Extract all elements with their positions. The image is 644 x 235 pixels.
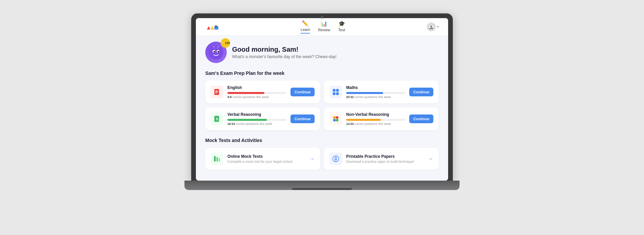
printable-mock-card[interactable]: Printable Practice Papers Download a pra… xyxy=(324,148,439,170)
maths-continue-button[interactable]: Continue xyxy=(409,88,433,96)
welcome-section: 🪙 150 xyxy=(205,42,439,63)
nonverbal-progress-fill xyxy=(346,119,381,121)
user-avatar-icon xyxy=(427,22,436,31)
greeting-heading: Good morning, Sam! xyxy=(232,46,336,53)
printable-mock-desc: Download a practice paper to build techn… xyxy=(346,160,424,163)
verbal-progress-text: 16/24 correct questions this week xyxy=(227,122,286,126)
maths-info: Maths 20/32 correct questions this week xyxy=(346,85,405,99)
tab-review[interactable]: 📊 Review xyxy=(318,20,330,33)
verbal-info: Verbal Reasoning 16/24 correct questions… xyxy=(227,112,286,126)
online-mock-arrow-icon: → xyxy=(309,156,315,162)
svg-marker-1 xyxy=(211,26,214,30)
svg-point-34 xyxy=(335,158,336,159)
mock-tests-title: Mock Tests and Activities xyxy=(205,138,439,143)
svg-point-28 xyxy=(336,119,338,122)
account-icon xyxy=(428,24,434,30)
svg-rect-17 xyxy=(215,92,218,92)
english-continue-button[interactable]: Continue xyxy=(290,88,315,96)
nonverbal-progress-bg xyxy=(346,119,405,121)
coin-count: 150 xyxy=(225,41,230,45)
nonverbal-shapes-icon xyxy=(332,115,339,123)
joke-text: What's a monster's favourite day of the … xyxy=(232,54,336,59)
maths-name: Maths xyxy=(346,85,405,90)
svg-rect-19 xyxy=(333,89,335,92)
laptop-container: ✏️ Learn 📊 Review 🎓 Test xyxy=(191,13,453,222)
english-name: English xyxy=(227,85,286,90)
tab-review-label: Review xyxy=(318,28,330,32)
app-content: 🪙 150 xyxy=(196,36,448,181)
verbal-name: Verbal Reasoning xyxy=(227,112,286,117)
english-doc-icon xyxy=(213,88,221,96)
english-info: English 5/8 correct questions this week xyxy=(227,85,286,99)
nav-tabs: ✏️ Learn 📊 Review 🎓 Test xyxy=(301,20,345,34)
svg-marker-0 xyxy=(207,26,210,30)
subject-card-verbal: b Verbal Reasoning 16/24 correct questio… xyxy=(205,107,320,130)
svg-rect-22 xyxy=(336,92,339,95)
svg-rect-21 xyxy=(333,92,335,95)
camera xyxy=(321,16,323,18)
tab-learn[interactable]: ✏️ Learn xyxy=(301,20,310,34)
subject-card-maths: Maths 20/32 correct questions this week … xyxy=(324,81,439,103)
screen: ✏️ Learn 📊 Review 🎓 Test xyxy=(196,18,448,181)
svg-rect-16 xyxy=(215,91,218,91)
laptop-base xyxy=(184,181,460,190)
learn-icon: ✏️ xyxy=(302,20,309,27)
svg-rect-31 xyxy=(219,158,220,161)
nonverbal-progress-text: 14/24 correct questions this week xyxy=(346,122,405,126)
review-icon: 📊 xyxy=(321,20,327,27)
exam-plan-title: Sam's Exam Prep Plan for the week xyxy=(205,70,439,76)
logo-icon xyxy=(205,23,219,30)
english-progress-text: 5/8 correct questions this week xyxy=(227,95,286,99)
maths-grid-icon xyxy=(332,88,339,96)
mock-tests-grid: Online Mock Tests Complete a mock test f… xyxy=(205,148,439,170)
user-menu[interactable]: ▾ xyxy=(427,22,439,31)
verbal-icon: b xyxy=(211,112,223,125)
verbal-continue-button[interactable]: Continue xyxy=(290,114,315,123)
coin-icon: 🪙 xyxy=(221,41,224,45)
printable-svg xyxy=(332,155,339,162)
svg-marker-3 xyxy=(215,25,217,27)
dropdown-chevron-icon: ▾ xyxy=(437,25,439,29)
svg-rect-30 xyxy=(216,157,218,161)
nonverbal-continue-button[interactable]: Continue xyxy=(409,114,433,123)
svg-point-9 xyxy=(214,51,215,53)
verbal-progress-bg xyxy=(227,119,286,121)
online-mock-svg xyxy=(213,155,221,162)
tab-test[interactable]: 🎓 Test xyxy=(338,20,345,33)
svg-point-26 xyxy=(336,116,338,119)
english-progress-fill xyxy=(227,92,264,94)
maths-icon xyxy=(329,86,342,98)
svg-point-25 xyxy=(333,116,336,119)
printable-mock-title: Printable Practice Papers xyxy=(346,154,424,159)
svg-rect-18 xyxy=(215,93,217,93)
printable-mock-arrow-icon: → xyxy=(428,156,433,162)
svg-point-27 xyxy=(333,119,336,122)
online-mock-icon xyxy=(211,152,223,165)
svg-point-10 xyxy=(218,51,219,53)
tab-learn-label: Learn xyxy=(301,28,310,32)
online-mock-card[interactable]: Online Mock Tests Complete a mock test f… xyxy=(205,148,320,170)
test-icon: 🎓 xyxy=(338,20,345,27)
verbal-doc-icon: b xyxy=(213,115,221,123)
subjects-grid: English 5/8 correct questions this week … xyxy=(205,81,439,130)
online-mock-title: Online Mock Tests xyxy=(227,154,305,159)
subject-card-english: English 5/8 correct questions this week … xyxy=(205,81,320,103)
app-nav: ✏️ Learn 📊 Review 🎓 Test xyxy=(196,18,448,36)
subject-card-nonverbal: Non-Verbal Reasoning 14/24 correct quest… xyxy=(324,107,439,130)
english-icon xyxy=(211,86,223,98)
maths-progress-fill xyxy=(346,92,383,94)
maths-progress-bg xyxy=(346,92,405,94)
welcome-text: Good morning, Sam! What's a monster's fa… xyxy=(232,46,336,59)
svg-point-5 xyxy=(430,25,432,27)
svg-rect-20 xyxy=(336,89,339,92)
online-mock-desc: Complete a mock test for your target sch… xyxy=(227,160,305,163)
app-logo xyxy=(205,23,219,30)
svg-point-6 xyxy=(209,45,223,60)
nonverbal-info: Non-Verbal Reasoning 14/24 correct quest… xyxy=(346,112,405,126)
svg-rect-29 xyxy=(214,156,216,161)
coin-badge: 🪙 150 xyxy=(221,38,230,48)
online-mock-info: Online Mock Tests Complete a mock test f… xyxy=(227,154,305,163)
english-progress-bg xyxy=(227,92,286,94)
printable-mock-icon xyxy=(329,152,342,165)
maths-progress-text: 20/32 correct questions this week xyxy=(346,95,405,99)
